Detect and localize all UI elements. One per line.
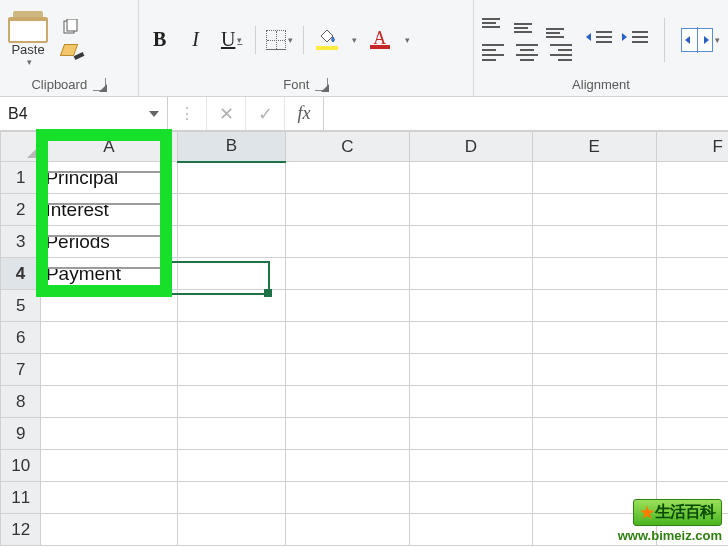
- cell[interactable]: [286, 162, 409, 194]
- align-middle-button[interactable]: [514, 18, 540, 38]
- cell[interactable]: [409, 450, 532, 482]
- cell[interactable]: [177, 322, 286, 354]
- column-header[interactable]: C: [286, 132, 409, 162]
- cancel-formula-button[interactable]: ✕: [207, 97, 246, 130]
- borders-button[interactable]: ▾: [266, 27, 293, 53]
- cell[interactable]: [177, 386, 286, 418]
- cell[interactable]: [41, 514, 177, 546]
- column-header[interactable]: D: [409, 132, 532, 162]
- cell[interactable]: [533, 162, 656, 194]
- cell[interactable]: [286, 258, 409, 290]
- cell[interactable]: [409, 354, 532, 386]
- formula-input[interactable]: [324, 97, 728, 130]
- select-all-corner[interactable]: [1, 132, 41, 162]
- cell[interactable]: [177, 418, 286, 450]
- row-header[interactable]: 5: [1, 290, 41, 322]
- chevron-down-icon[interactable]: [149, 111, 159, 117]
- bold-button[interactable]: B: [147, 27, 173, 53]
- grid[interactable]: A B C D E F 1 Principal 2 Interest: [0, 131, 728, 546]
- enter-formula-button[interactable]: ✓: [246, 97, 285, 130]
- align-left-button[interactable]: [482, 44, 508, 62]
- cell[interactable]: [41, 290, 177, 322]
- column-header[interactable]: A: [41, 132, 177, 162]
- cell[interactable]: [41, 418, 177, 450]
- cell[interactable]: [656, 354, 728, 386]
- row-header[interactable]: 7: [1, 354, 41, 386]
- cell[interactable]: [286, 322, 409, 354]
- align-right-button[interactable]: [546, 44, 572, 62]
- row-header[interactable]: 12: [1, 514, 41, 546]
- row-header[interactable]: 4: [1, 258, 41, 290]
- cell[interactable]: [286, 386, 409, 418]
- cell[interactable]: [409, 162, 532, 194]
- dialog-launcher-icon[interactable]: [315, 78, 328, 91]
- paste-button[interactable]: Paste ▾: [8, 11, 48, 67]
- row-header[interactable]: 3: [1, 226, 41, 258]
- cell[interactable]: [286, 514, 409, 546]
- cell[interactable]: [533, 226, 656, 258]
- chevron-down-icon[interactable]: ▾: [288, 35, 293, 45]
- cell[interactable]: [409, 258, 532, 290]
- column-header[interactable]: E: [533, 132, 656, 162]
- increase-indent-button[interactable]: [622, 27, 648, 47]
- column-header[interactable]: B: [177, 132, 286, 162]
- cell[interactable]: [656, 386, 728, 418]
- merge-center-button[interactable]: ▾: [681, 27, 720, 53]
- cell[interactable]: [177, 290, 286, 322]
- cell[interactable]: [409, 514, 532, 546]
- font-color-button[interactable]: A: [367, 27, 393, 53]
- cell[interactable]: [286, 194, 409, 226]
- name-box[interactable]: B4: [0, 97, 168, 130]
- cell[interactable]: [286, 418, 409, 450]
- cell[interactable]: Periods: [41, 226, 177, 258]
- cell[interactable]: [533, 322, 656, 354]
- cell[interactable]: [177, 450, 286, 482]
- row-header[interactable]: 9: [1, 418, 41, 450]
- row-header[interactable]: 8: [1, 386, 41, 418]
- cell[interactable]: [409, 386, 532, 418]
- row-header[interactable]: 2: [1, 194, 41, 226]
- cell[interactable]: [656, 450, 728, 482]
- cell[interactable]: [177, 194, 286, 226]
- cell[interactable]: [656, 258, 728, 290]
- cell[interactable]: [286, 226, 409, 258]
- cell[interactable]: [409, 418, 532, 450]
- cell[interactable]: [533, 450, 656, 482]
- cell[interactable]: [177, 514, 286, 546]
- formula-options-button[interactable]: ⋮: [168, 97, 207, 130]
- cell[interactable]: [177, 482, 286, 514]
- row-header[interactable]: 10: [1, 450, 41, 482]
- cell[interactable]: [533, 418, 656, 450]
- cell[interactable]: [656, 162, 728, 194]
- align-center-button[interactable]: [514, 44, 540, 62]
- column-header[interactable]: F: [656, 132, 728, 162]
- cell[interactable]: [656, 226, 728, 258]
- format-painter-button[interactable]: [60, 43, 82, 63]
- cell[interactable]: [533, 386, 656, 418]
- row-header[interactable]: 1: [1, 162, 41, 194]
- cell[interactable]: [41, 386, 177, 418]
- cell[interactable]: [656, 418, 728, 450]
- cell[interactable]: [286, 482, 409, 514]
- cell[interactable]: [409, 290, 532, 322]
- row-header[interactable]: 6: [1, 322, 41, 354]
- cell[interactable]: [533, 258, 656, 290]
- chevron-down-icon[interactable]: ▾: [352, 35, 357, 45]
- cell[interactable]: [177, 354, 286, 386]
- italic-button[interactable]: I: [183, 27, 209, 53]
- cell[interactable]: Payment: [41, 258, 177, 290]
- cell[interactable]: Interest: [41, 194, 177, 226]
- copy-button[interactable]: [60, 17, 82, 37]
- chevron-down-icon[interactable]: ▾: [715, 35, 720, 45]
- cell[interactable]: [177, 162, 286, 194]
- cell[interactable]: [656, 194, 728, 226]
- cell[interactable]: [656, 322, 728, 354]
- cell[interactable]: [177, 226, 286, 258]
- cell[interactable]: [177, 258, 286, 290]
- cell[interactable]: [286, 450, 409, 482]
- cell[interactable]: [533, 354, 656, 386]
- cell[interactable]: [41, 450, 177, 482]
- dialog-launcher-icon[interactable]: [93, 78, 106, 91]
- underline-button[interactable]: U ▾: [219, 27, 245, 53]
- cell[interactable]: [409, 322, 532, 354]
